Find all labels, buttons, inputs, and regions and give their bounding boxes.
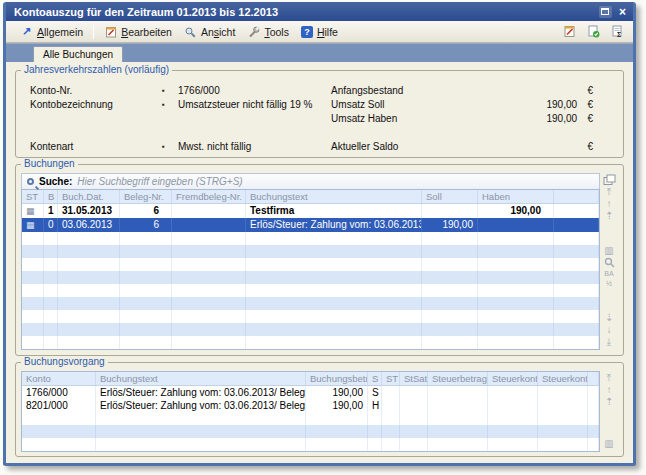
- bullet-icon: ▪: [162, 100, 178, 109]
- booking-row-empty[interactable]: [22, 258, 599, 271]
- cell-st: [382, 386, 400, 399]
- summary-row-umsatz-soll: Umsatz Soll 190,00 €: [331, 97, 609, 111]
- field-value: 190,00: [481, 99, 577, 110]
- bookings-header-row: ST B Buch.Dat. Beleg-Nr. Fremdbeleg-Nr. …: [22, 190, 599, 204]
- menu-label: Tools: [264, 26, 289, 38]
- field-value: Mwst. nicht fällig: [178, 141, 251, 152]
- menu-label: Hilfe: [317, 26, 338, 38]
- scroll-top-icon[interactable]: ⤒: [607, 372, 611, 384]
- booking-row-empty[interactable]: [22, 232, 599, 245]
- field-label: Konto-Nr.: [30, 85, 162, 96]
- scroll-down-small-icon[interactable]: ⇣: [605, 312, 613, 324]
- column-options-icon[interactable]: [603, 174, 616, 186]
- summary-left: Konto-Nr. ▪ 1766/000 Kontobezeichnung ▪ …: [30, 83, 331, 153]
- bookings-table: ST B Buch.Dat. Beleg-Nr. Fremdbeleg-Nr. …: [21, 189, 600, 350]
- menu-bearbeiten[interactable]: Bearbeiten: [98, 24, 178, 40]
- approve-document-icon[interactable]: [586, 25, 601, 39]
- booking-row-empty[interactable]: [22, 336, 599, 349]
- search-label: Suche:: [39, 176, 72, 187]
- search-input[interactable]: [77, 176, 594, 187]
- cell-betrag: 190,00: [306, 399, 368, 412]
- column-header-buchdat[interactable]: Buch.Dat.: [58, 190, 120, 203]
- window-title: Kontoauszug für den Zeitraum 01.2013 bis…: [14, 6, 278, 18]
- ratio-icon[interactable]: ½: [606, 279, 612, 289]
- tab-alle-buchungen[interactable]: Alle Buchungen: [33, 46, 123, 62]
- currency-label: €: [577, 141, 593, 152]
- column-header-steuerbetrag[interactable]: Steuerbetrag: [428, 372, 488, 385]
- booking-row-empty[interactable]: [22, 271, 599, 284]
- booking-row-empty[interactable]: [22, 310, 599, 323]
- scroll-top-icon[interactable]: ⤒: [607, 186, 611, 198]
- cell-filler: [554, 218, 599, 232]
- field-label: Anfangsbestand: [331, 85, 481, 96]
- column-header-st[interactable]: ST: [382, 372, 400, 385]
- help-icon: ?: [301, 26, 313, 38]
- scroll-up-icon[interactable]: ↑: [607, 384, 612, 396]
- scroll-up-icon[interactable]: ↑: [607, 198, 612, 210]
- restore-button[interactable]: [599, 6, 612, 18]
- transaction-group-title: Buchungsvorgang: [21, 356, 108, 368]
- journal-grid-icon: ▦: [26, 206, 35, 216]
- booking-row-empty[interactable]: [22, 245, 599, 258]
- cell-konto: 8201/000: [22, 399, 96, 412]
- bookings-table-area: Suche: ST B Buch.Dat. Beleg-Nr. Fremdbel…: [21, 173, 600, 350]
- ba-icon[interactable]: BA: [604, 269, 613, 279]
- columns-icon[interactable]: ▥: [604, 245, 613, 257]
- column-header-fremdbelegnr[interactable]: Fremdbeleg-Nr.: [172, 190, 246, 203]
- transaction-header-row: Konto Buchungstext Buchungsbetrag S ST S…: [22, 372, 599, 386]
- column-header-st[interactable]: ST: [22, 190, 44, 203]
- transaction-group: Buchungsvorgang Konto Buchungstext Buchu…: [15, 362, 624, 457]
- zoom-icon[interactable]: [604, 257, 615, 269]
- menu-ansicht[interactable]: Ansicht: [178, 24, 241, 40]
- column-header-steuerkonto1[interactable]: Steuerkonto 1: [488, 372, 538, 385]
- column-header-buchungsbetrag[interactable]: Buchungsbetrag: [306, 372, 368, 385]
- cell-haben: 190,00: [478, 204, 554, 218]
- booking-row-1[interactable]: ▦ 1 31.05.2013 6 Testfirma 190,00: [22, 204, 599, 218]
- column-header-buchungstext[interactable]: Buchungstext: [246, 190, 422, 203]
- menu-allgemein[interactable]: ↗ Allgemein: [14, 24, 89, 40]
- bookings-group: Buchungen Suche: ST B Buch.Dat. Beleg-Nr…: [15, 164, 624, 356]
- sum-document-icon[interactable]: Σ: [610, 25, 625, 39]
- booking-row-empty[interactable]: [22, 323, 599, 336]
- column-header-steuerkonto2[interactable]: Steuerkonto 2: [538, 372, 588, 385]
- transaction-row-empty[interactable]: [22, 412, 599, 425]
- booking-row-empty[interactable]: [22, 284, 599, 297]
- columns-icon[interactable]: ▥: [604, 438, 613, 450]
- notes-toolbar-icon[interactable]: [562, 25, 577, 39]
- column-header-s[interactable]: S: [368, 372, 382, 385]
- magnifier-icon: [184, 26, 197, 38]
- summary-group: Jahresverkehrszahlen (vorläufig) Konto-N…: [15, 70, 624, 158]
- column-header-belegnr[interactable]: Beleg-Nr.: [120, 190, 172, 203]
- cell-date: 03.06.2013: [58, 218, 120, 232]
- scroll-bottom-icon[interactable]: ⤓: [607, 336, 611, 348]
- menu-tools[interactable]: Tools: [241, 24, 295, 40]
- column-header-b[interactable]: B: [44, 190, 58, 203]
- column-header-filler: [554, 190, 599, 203]
- menu-hilfe[interactable]: ? Hilfe: [295, 24, 344, 40]
- content: Jahresverkehrszahlen (vorläufig) Konto-N…: [6, 62, 633, 463]
- column-header-stsatz[interactable]: StSatz: [400, 372, 428, 385]
- field-label: Kontobezeichnung: [30, 99, 162, 110]
- column-header-haben[interactable]: Haben: [478, 190, 554, 203]
- column-header-konto[interactable]: Konto: [22, 372, 96, 385]
- column-header-soll[interactable]: Soll: [422, 190, 478, 203]
- booking-row-empty[interactable]: [22, 297, 599, 310]
- scroll-down-icon[interactable]: ↓: [607, 324, 612, 336]
- booking-row-2-selected[interactable]: ▦ 0 03.06.2013 6 Erlös/Steuer: Zahlung v…: [22, 218, 599, 232]
- tabstrip: Alle Buchungen: [6, 43, 633, 62]
- cell-steuerbetrag: [428, 386, 488, 399]
- transaction-row-empty[interactable]: [22, 438, 599, 451]
- scroll-up-small-icon[interactable]: ⇡: [605, 210, 613, 222]
- field-label: Umsatz Haben: [331, 113, 481, 124]
- cell-haben: [478, 218, 554, 232]
- transaction-row-empty[interactable]: [22, 425, 599, 438]
- transaction-row-2[interactable]: 8201/000 Erlös/Steuer: Zahlung vom: 03.0…: [22, 399, 599, 412]
- close-button[interactable]: ×: [617, 6, 628, 18]
- booking-row-empty[interactable]: [22, 349, 599, 350]
- scroll-up-small-icon[interactable]: ⇡: [605, 396, 613, 408]
- cell-soll: 190,00: [422, 218, 478, 232]
- field-value: 1766/000: [178, 85, 220, 96]
- transaction-row-1[interactable]: 1766/000 Erlös/Steuer: Zahlung vom: 03.0…: [22, 386, 599, 399]
- field-value: 190,00: [481, 113, 577, 124]
- column-header-buchungstext[interactable]: Buchungstext: [96, 372, 306, 385]
